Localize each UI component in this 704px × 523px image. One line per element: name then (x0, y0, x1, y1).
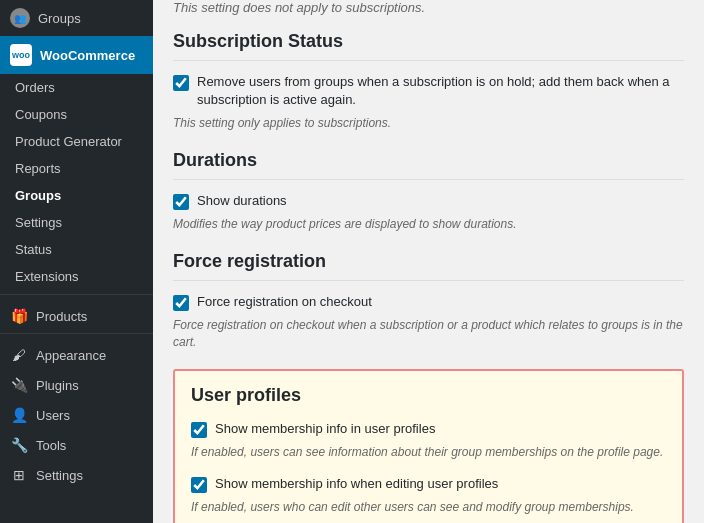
force-registration-section: Force registration Force registration on… (173, 251, 684, 351)
settings-icon: ⊞ (10, 466, 28, 484)
groups-sub-label: Groups (15, 188, 61, 203)
durations-checkbox[interactable] (173, 194, 189, 210)
durations-row: Show durations (173, 192, 684, 210)
users-label: Users (36, 408, 70, 423)
user-profiles-label1: Show membership info in user profiles (215, 420, 435, 438)
user-profiles-heading: User profiles (191, 385, 666, 410)
subscription-heading: Subscription Status (173, 31, 684, 61)
user-profiles-desc1: If enabled, users can see information ab… (191, 444, 666, 461)
product-generator-label: Product Generator (15, 134, 122, 149)
extensions-label: Extensions (15, 269, 79, 284)
user-profiles-row2: Show membership info when editing user p… (191, 475, 666, 493)
woocommerce-label: WooCommerce (40, 48, 135, 63)
sidebar-item-users[interactable]: 👤 Users (0, 398, 153, 428)
durations-section: Durations Show durations Modifies the wa… (173, 150, 684, 233)
sidebar-item-settings-woo[interactable]: Settings (0, 209, 153, 236)
force-registration-description: Force registration on checkout when a su… (173, 317, 684, 351)
sidebar: 👥 Groups woo WooCommerce Orders Coupons … (0, 0, 153, 523)
woo-icon: woo (10, 44, 32, 66)
sidebar-item-settings[interactable]: ⊞ Settings (0, 458, 153, 488)
user-profiles-label2: Show membership info when editing user p… (215, 475, 498, 493)
subscription-note: This setting only applies to subscriptio… (173, 115, 684, 132)
sidebar-item-products[interactable]: 🎁 Products (0, 299, 153, 329)
user-profiles-checkbox2[interactable] (191, 477, 207, 493)
sidebar-item-reports[interactable]: Reports (0, 155, 153, 182)
settings-label: Settings (36, 468, 83, 483)
products-icon: 🎁 (10, 307, 28, 325)
groups-icon: 👥 (10, 8, 30, 28)
users-icon: 👤 (10, 406, 28, 424)
user-profiles-row1: Show membership info in user profiles (191, 420, 666, 438)
sidebar-item-extensions[interactable]: Extensions (0, 263, 153, 290)
tools-label: Tools (36, 438, 66, 453)
sidebar-item-groups[interactable]: 👥 Groups (0, 0, 153, 36)
appearance-icon: 🖌 (10, 346, 28, 364)
plugins-icon: 🔌 (10, 376, 28, 394)
sidebar-item-woocommerce[interactable]: woo WooCommerce (0, 36, 153, 74)
groups-label: Groups (38, 11, 81, 26)
user-profiles-desc2: If enabled, users who can edit other use… (191, 499, 666, 516)
sidebar-item-plugins[interactable]: 🔌 Plugins (0, 368, 153, 398)
orders-label: Orders (15, 80, 55, 95)
sidebar-item-product-generator[interactable]: Product Generator (0, 128, 153, 155)
products-label: Products (36, 309, 87, 324)
status-label: Status (15, 242, 52, 257)
subscription-row: Remove users from groups when a subscrip… (173, 73, 684, 109)
reports-label: Reports (15, 161, 61, 176)
sidebar-item-appearance[interactable]: 🖌 Appearance (0, 338, 153, 368)
force-registration-row: Force registration on checkout (173, 293, 684, 311)
subscription-checkbox[interactable] (173, 75, 189, 91)
user-profiles-checkbox1[interactable] (191, 422, 207, 438)
sidebar-item-groups-sub[interactable]: Groups (0, 182, 153, 209)
user-profiles-box: User profiles Show membership info in us… (173, 369, 684, 523)
force-registration-checkbox[interactable] (173, 295, 189, 311)
subscription-label: Remove users from groups when a subscrip… (197, 73, 684, 109)
settings-woo-label: Settings (15, 215, 62, 230)
appearance-label: Appearance (36, 348, 106, 363)
force-registration-label: Force registration on checkout (197, 293, 372, 311)
durations-label: Show durations (197, 192, 287, 210)
durations-description: Modifies the way product prices are disp… (173, 216, 684, 233)
tools-icon: 🔧 (10, 436, 28, 454)
force-registration-heading: Force registration (173, 251, 684, 281)
plugins-label: Plugins (36, 378, 79, 393)
sidebar-item-tools[interactable]: 🔧 Tools (0, 428, 153, 458)
main-content: This setting does not apply to subscript… (153, 0, 704, 523)
coupons-label: Coupons (15, 107, 67, 122)
sidebar-item-coupons[interactable]: Coupons (0, 101, 153, 128)
sidebar-item-orders[interactable]: Orders (0, 74, 153, 101)
intro-note: This setting does not apply to subscript… (173, 0, 684, 15)
subscription-section: Subscription Status Remove users from gr… (173, 31, 684, 132)
durations-heading: Durations (173, 150, 684, 180)
sidebar-item-status[interactable]: Status (0, 236, 153, 263)
